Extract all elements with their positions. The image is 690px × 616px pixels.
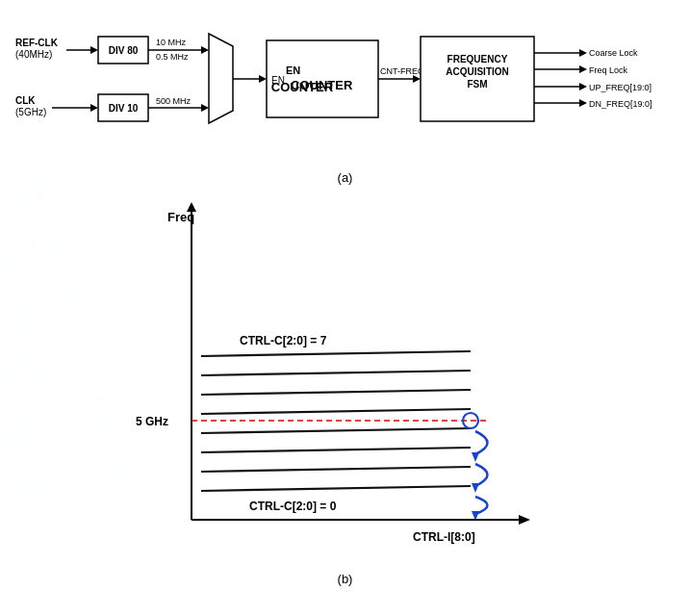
svg-marker-25 — [209, 34, 233, 123]
svg-text:FREQUENCY: FREQUENCY — [447, 54, 507, 64]
svg-marker-50 — [579, 99, 587, 107]
svg-text:DIV 80: DIV 80 — [108, 45, 138, 56]
caption-b: (b) — [338, 572, 353, 586]
svg-marker-27 — [259, 75, 267, 83]
svg-line-58 — [201, 486, 471, 491]
svg-text:Freq: Freq — [167, 210, 194, 224]
svg-text:(5GHz): (5GHz) — [15, 107, 46, 117]
svg-marker-71 — [472, 452, 479, 462]
svg-marker-13 — [201, 46, 209, 54]
svg-marker-34 — [413, 75, 421, 83]
svg-line-62 — [201, 409, 471, 414]
svg-line-64 — [201, 371, 471, 375]
svg-text:CTRL-C[2:0] = 7: CTRL-C[2:0] = 7 — [240, 334, 327, 347]
svg-text:Freq Lock: Freq Lock — [589, 65, 628, 75]
svg-text:(40MHz): (40MHz) — [15, 49, 52, 60]
svg-line-61 — [201, 428, 471, 433]
svg-text:ACQUISITION: ACQUISITION — [446, 66, 509, 77]
svg-marker-47 — [579, 83, 587, 90]
svg-line-59 — [201, 467, 471, 472]
svg-text:DN_FREQ[19:0]: DN_FREQ[19:0] — [589, 99, 652, 109]
svg-line-63 — [201, 390, 471, 395]
svg-text:COUNTER: COUNTER — [291, 78, 353, 92]
svg-text:EN: EN — [286, 64, 300, 76]
diagram-a-svg: REF-CLK (40MHz) DIV 80 10 MHz 0.5 MHz CL… — [13, 19, 677, 168]
svg-text:Coarse Lock: Coarse Lock — [589, 48, 638, 58]
svg-text:FSM: FSM — [467, 79, 487, 90]
chart-area: Freq CTRL-I[8:0] 5 GHz CTRL-C[2:0] = 7 — [115, 192, 576, 568]
svg-marker-55 — [519, 515, 530, 525]
svg-marker-72 — [472, 483, 479, 493]
svg-text:CTRL-I[8:0]: CTRL-I[8:0] — [413, 530, 475, 544]
diagram-b-section: Freq CTRL-I[8:0] 5 GHz CTRL-C[2:0] = 7 — [0, 183, 690, 606]
svg-text:10 MHz: 10 MHz — [156, 38, 187, 47]
svg-text:5 GHz: 5 GHz — [136, 415, 168, 428]
svg-text:EN: EN — [271, 75, 285, 86]
svg-marker-41 — [579, 49, 587, 57]
svg-line-65 — [201, 351, 471, 356]
diagram-a-section: REF-CLK (40MHz) DIV 80 10 MHz 0.5 MHz CL… — [0, 0, 690, 183]
svg-text:0.5 MHz: 0.5 MHz — [156, 52, 189, 62]
svg-marker-9 — [90, 46, 98, 54]
svg-marker-44 — [579, 65, 587, 73]
svg-text:DIV 10: DIV 10 — [108, 103, 138, 114]
svg-text:REF-CLK: REF-CLK — [15, 38, 59, 48]
svg-text:500 MHz: 500 MHz — [156, 96, 192, 106]
svg-text:CTRL-C[2:0] = 0: CTRL-C[2:0] = 0 — [249, 500, 337, 513]
svg-text:CLK: CLK — [15, 95, 36, 106]
chart-svg: Freq CTRL-I[8:0] 5 GHz CTRL-C[2:0] = 7 — [115, 192, 576, 568]
svg-line-60 — [201, 448, 471, 452]
diagram-a-container: REF-CLK (40MHz) DIV 80 10 MHz 0.5 MHz CL… — [13, 19, 677, 168]
svg-marker-19 — [90, 104, 98, 112]
svg-marker-23 — [201, 104, 209, 112]
svg-text:UP_FREQ[19:0]: UP_FREQ[19:0] — [589, 83, 652, 92]
